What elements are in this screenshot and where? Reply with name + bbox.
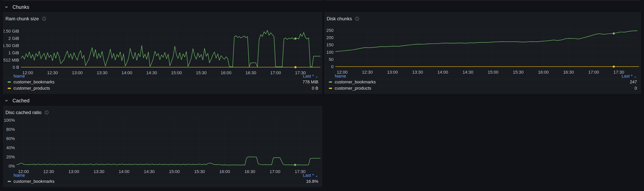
series-color-swatch	[8, 88, 11, 89]
chevron-down-icon	[5, 99, 8, 102]
svg-text:1.50 GiB: 1.50 GiB	[4, 43, 19, 48]
series-color-swatch	[8, 181, 11, 182]
chevron-down-icon	[5, 5, 8, 9]
svg-text:0: 0	[331, 64, 334, 69]
panel-disc-cached-ratio: Disc cached ratio 0%20%40%60%80%100%12:0…	[3, 106, 322, 187]
section-title-cached: Cached	[12, 98, 30, 103]
legend-series-toggle[interactable]: customer_bookmarks	[8, 179, 54, 184]
series-name: customer_products	[14, 86, 50, 91]
series-color-swatch	[329, 81, 332, 83]
legend-series-toggle[interactable]: customer_products	[8, 86, 50, 91]
legend-row: customer_bookmarks 247	[325, 79, 640, 85]
legend-row: customer_bookmarks 778 MiB	[4, 79, 322, 85]
svg-text:50: 50	[329, 57, 334, 62]
row-header-chunks[interactable]: Chunks	[5, 4, 29, 10]
svg-text:150: 150	[326, 42, 334, 47]
series-last-value: 0	[635, 86, 637, 91]
series-name: customer_bookmarks	[14, 179, 54, 184]
series-color-swatch	[8, 81, 11, 83]
legend-column-last[interactable]: Last *	[622, 74, 632, 79]
legend-series-toggle[interactable]: customer_bookmarks	[329, 80, 376, 85]
legend-divider	[4, 91, 322, 91]
svg-text:512 MiB: 512 MiB	[4, 58, 19, 63]
legend-row: customer_products 0 B	[4, 85, 322, 91]
series-name: customer_products	[335, 86, 371, 91]
series-name: customer_bookmarks	[14, 80, 54, 85]
svg-text:60%: 60%	[6, 136, 15, 141]
sort-caret-icon: ⌄	[634, 75, 637, 77]
series-last-value: 247	[630, 80, 637, 85]
svg-text:80%: 80%	[6, 127, 15, 132]
top-panel-remnant-left	[3, 0, 322, 1]
sort-caret-icon: ⌄	[315, 75, 318, 77]
row-header-cached[interactable]: Cached	[5, 97, 30, 104]
svg-text:0 B: 0 B	[13, 65, 19, 70]
legend-column-last[interactable]: Last *	[303, 173, 314, 178]
svg-text:0%: 0%	[8, 164, 15, 168]
series-last-value: 16.8%	[306, 179, 318, 184]
legend-divider	[4, 184, 322, 185]
legend-column-last[interactable]: Last *	[303, 74, 314, 79]
section-title-chunks: Chunks	[12, 4, 29, 10]
svg-text:2 GiB: 2 GiB	[8, 36, 19, 41]
sort-caret-icon: ⌄	[315, 174, 318, 176]
legend-row: customer_bookmarks 16.8%	[4, 178, 322, 184]
panel-ram-chunk-size: Ram chunk size 0 B512 MiB1 GiB1.50 GiB2 …	[3, 12, 322, 94]
svg-text:100: 100	[326, 50, 334, 55]
legend-column-name[interactable]: Name	[14, 173, 25, 178]
series-last-value: 0 B	[312, 86, 318, 91]
svg-text:20%: 20%	[6, 154, 15, 159]
legend-series-toggle[interactable]: customer_products	[329, 86, 371, 91]
svg-text:2.50 GiB: 2.50 GiB	[4, 29, 19, 34]
legend-row: customer_products 0	[325, 85, 640, 91]
legend-column-name[interactable]: Name	[335, 74, 346, 79]
svg-text:250: 250	[326, 28, 334, 33]
legend-divider	[325, 91, 640, 91]
series-color-swatch	[329, 88, 332, 89]
legend-series-toggle[interactable]: customer_bookmarks	[8, 80, 54, 85]
legend-column-name[interactable]: Name	[14, 74, 25, 79]
svg-text:200: 200	[326, 35, 334, 40]
top-panel-remnant-right	[324, 0, 641, 1]
series-name: customer_bookmarks	[335, 80, 376, 85]
svg-text:100%: 100%	[4, 118, 15, 123]
series-last-value: 778 MiB	[302, 80, 318, 85]
svg-text:40%: 40%	[6, 145, 15, 150]
svg-text:1 GiB: 1 GiB	[8, 50, 19, 55]
panel-disk-chunks: Disk chunks 05010015020025012:0012:3013:…	[324, 12, 641, 94]
grafana-dashboard: { "colors": { "green": "#73bf69", "yello…	[0, 0, 644, 191]
